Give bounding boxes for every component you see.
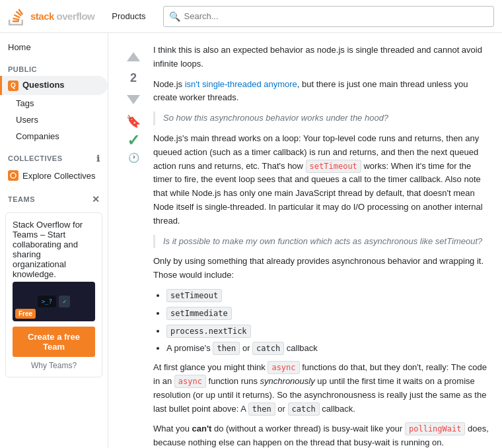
- content-area: 2 🔖 ✓ 🕐 I think this is also an expected…: [108, 33, 502, 448]
- settimeout-code: setTimeout: [166, 289, 222, 302]
- logo-text: stack overflow: [30, 11, 94, 22]
- upvote-icon: [127, 52, 140, 61]
- accepted-checkmark-icon[interactable]: ✓: [127, 131, 140, 150]
- sidebar-section-collectives: COLLECTIVES ℹ: [0, 144, 108, 166]
- sidebar: Home PUBLIC QQuestions Tags Users Compan…: [0, 33, 108, 448]
- teams-section: Stack Overflow for Teams – Start collabo…: [5, 212, 102, 377]
- settimeout-code-1: setTimeout: [306, 160, 361, 173]
- info-icon: ℹ: [96, 154, 100, 164]
- teams-promo-image: >_? ✓ Free: [13, 282, 95, 321]
- bookmark-icon[interactable]: 🔖: [126, 114, 141, 129]
- sidebar-item-users[interactable]: Users: [0, 112, 108, 128]
- paragraph-4: At first glance you might think async fu…: [153, 361, 489, 416]
- questions-icon: Q: [8, 80, 18, 91]
- logo-icon: [8, 7, 26, 26]
- answer-body: I think this is also an expected behavio…: [153, 44, 489, 448]
- answer-container: 2 🔖 ✓ 🕐 I think this is also an expected…: [122, 44, 489, 448]
- sidebar-item-questions[interactable]: QQuestions: [0, 76, 108, 95]
- vote-column: 2 🔖 ✓ 🕐: [122, 44, 145, 448]
- blockquote-2: Is it possible to make my own function w…: [153, 235, 489, 249]
- header: stack overflow Products 🔍: [0, 0, 502, 33]
- paragraph-2: Node.js's main thread works on a loop: Y…: [153, 132, 489, 228]
- search-icon: 🔍: [169, 11, 180, 22]
- logo-area: stack overflow: [8, 7, 94, 26]
- setimmediate-code: setImmediate: [166, 307, 232, 320]
- terminal-box: >_?: [38, 296, 56, 307]
- nexttick-code: process.nextTick: [166, 325, 251, 338]
- history-icon[interactable]: 🕐: [128, 152, 139, 163]
- sidebar-item-home[interactable]: Home: [0, 38, 108, 56]
- header-nav: Products: [105, 7, 152, 25]
- sidebar-item-explore-collectives[interactable]: Explore Collectives: [0, 166, 108, 185]
- main-content: 2 🔖 ✓ 🕐 I think this is also an expected…: [108, 33, 502, 448]
- sidebar-item-tags[interactable]: Tags: [0, 95, 108, 112]
- intro-paragraph: I think this is also an expected behavio…: [153, 44, 489, 71]
- products-button[interactable]: Products: [105, 7, 152, 25]
- create-team-button[interactable]: Create a free Team: [13, 327, 95, 357]
- free-badge: Free: [15, 309, 36, 319]
- async-code-1: async: [268, 361, 299, 374]
- list-item-nexttick: process.nextTick: [166, 325, 489, 338]
- list-item-settimeout: setTimeout: [166, 289, 489, 303]
- paragraph-3: Only by using something that already pro…: [153, 255, 489, 282]
- async-code-2: async: [174, 375, 206, 388]
- sidebar-section-teams: TEAMS ✕: [0, 185, 108, 207]
- body: Home PUBLIC QQuestions Tags Users Compan…: [0, 33, 502, 448]
- close-teams-button[interactable]: ✕: [92, 194, 100, 205]
- why-teams-link[interactable]: Why Teams?: [13, 361, 95, 370]
- teams-image-inner: >_? ✓: [38, 296, 71, 307]
- search-input[interactable]: [184, 11, 488, 21]
- svg-point-0: [11, 173, 16, 178]
- downvote-button[interactable]: [122, 88, 145, 112]
- pollingwait-code: pollingWait: [405, 422, 465, 435]
- code-snippet: ✓: [59, 296, 70, 307]
- downvote-icon: [127, 95, 140, 104]
- paragraph-5: What you can't do (without a worker thre…: [153, 422, 489, 448]
- upvote-button[interactable]: [122, 45, 145, 69]
- synchronously-text: synchronously: [260, 376, 315, 386]
- vote-count: 2: [130, 71, 137, 85]
- blockquote-1: So how this asynchronous behavior works …: [153, 112, 489, 125]
- collectives-icon: [8, 170, 18, 181]
- sidebar-section-public: PUBLIC: [0, 56, 108, 76]
- teams-title: Stack Overflow for Teams – Start collabo…: [13, 220, 95, 279]
- list-item-setimmediate: setImmediate: [166, 307, 489, 321]
- answer-text: I think this is also an expected behavio…: [153, 44, 489, 448]
- sidebar-item-companies[interactable]: Companies: [0, 128, 108, 144]
- async-list: setTimeout setImmediate process.nextTick…: [166, 289, 489, 356]
- cant-text: can't: [192, 424, 212, 433]
- search-bar: 🔍: [163, 6, 494, 27]
- catch-code-2: catch: [288, 402, 320, 416]
- single-threaded-link[interactable]: isn't single-threaded anymore: [185, 79, 297, 89]
- list-item-promise: A promise's then or catch callback: [166, 342, 489, 356]
- then-code-2: then: [248, 402, 275, 416]
- then-code: then: [213, 342, 240, 355]
- paragraph-1: Node.js isn't single-threaded anymore, b…: [153, 78, 489, 106]
- catch-code: catch: [252, 342, 284, 355]
